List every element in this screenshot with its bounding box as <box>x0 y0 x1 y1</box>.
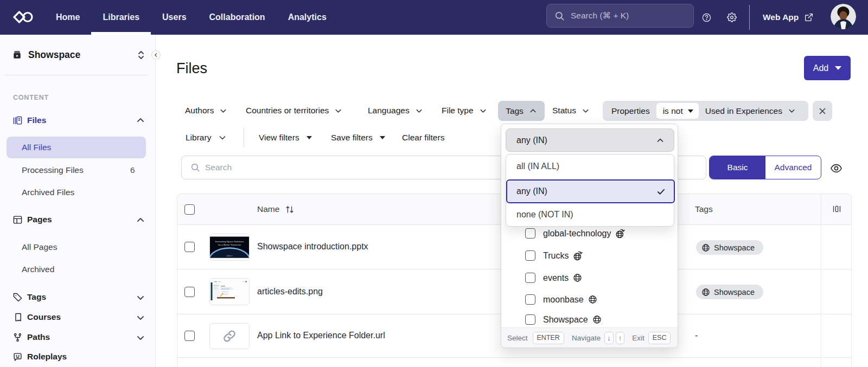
svg-text:●Space: ●Space <box>227 255 233 257</box>
svg-text:for a Better Tomorrow: for a Better Tomorrow <box>218 243 241 246</box>
svg-text:Innovating Space Solutions: Innovating Space Solutions <box>215 240 244 243</box>
